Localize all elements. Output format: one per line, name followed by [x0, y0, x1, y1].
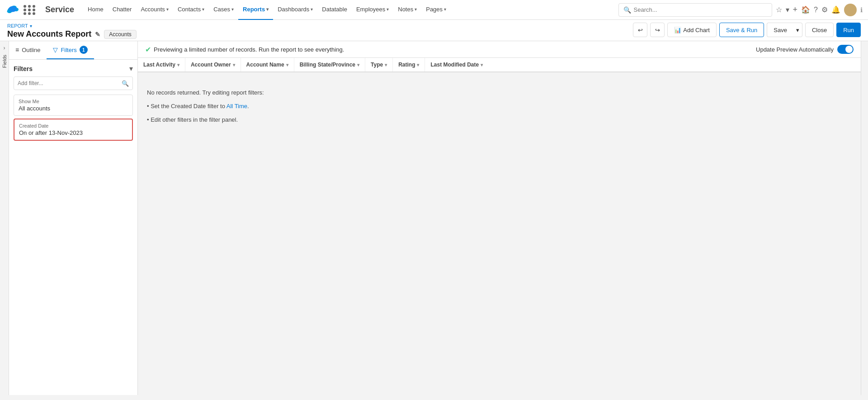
col-rating[interactable]: Rating ▾	[393, 58, 425, 71]
filter-card-value: On or after 13-Nov-2023	[19, 129, 127, 136]
toolbar-left: REPORT ▾ New Accounts Report ✎ Accounts	[7, 23, 137, 41]
svg-point-4	[9, 6, 17, 12]
breadcrumb[interactable]: REPORT ▾	[7, 23, 137, 29]
content-area: ✔ Previewing a limited number of records…	[138, 41, 861, 395]
undo-button[interactable]: ↩	[633, 23, 647, 37]
col-billing-state[interactable]: Billing State/Province ▾	[294, 58, 365, 71]
nav-chatter[interactable]: Chatter	[108, 0, 137, 20]
tab-filters[interactable]: ▽ Filters 1	[47, 41, 94, 59]
save-button[interactable]: Save	[767, 23, 793, 37]
tab-outline[interactable]: ≡ Outline	[9, 41, 47, 59]
salesforce-logo[interactable]	[5, 2, 20, 18]
filters-badge: 1	[80, 46, 88, 54]
right-edge	[861, 41, 868, 395]
save-run-button[interactable]: Save & Run	[719, 23, 764, 37]
col-type[interactable]: Type ▾	[365, 58, 393, 71]
filter-card-show-me[interactable]: Show Me All accounts	[14, 95, 133, 116]
chevron-down-icon: ▾	[311, 7, 313, 12]
collapse-icon[interactable]: ▾	[129, 64, 133, 73]
gear-icon[interactable]: ⚙	[821, 5, 828, 14]
filter-search[interactable]: 🔍	[14, 76, 133, 90]
col-last-activity[interactable]: Last Activity ▾	[138, 58, 185, 71]
save-dropdown-button[interactable]: ▾	[793, 23, 802, 37]
chevron-down-icon: ▾	[415, 7, 417, 12]
chevron-down-icon: ▾	[266, 7, 269, 12]
sort-icon: ▾	[481, 62, 483, 67]
chart-icon: 📊	[674, 27, 681, 33]
app-name: Service	[45, 5, 74, 14]
all-time-link[interactable]: All Time	[226, 103, 247, 110]
help-icon[interactable]: ?	[814, 6, 818, 14]
filter-icon: ▽	[53, 46, 58, 53]
top-right-actions: ☆ ▾ + 🏠 ? ⚙ 🔔 ℹ	[776, 4, 863, 16]
edit-icon[interactable]: ✎	[95, 31, 100, 38]
empty-state-suggestion1: • Set the Created Date filter to All Tim…	[147, 100, 852, 112]
favorites-dropdown-icon[interactable]: ▾	[786, 5, 789, 14]
app-launcher-icon[interactable]	[24, 5, 36, 15]
panel-body: Filters ▾ 🔍 Show Me All accounts Created…	[9, 60, 137, 395]
sort-icon: ▾	[233, 62, 235, 67]
add-icon[interactable]: +	[793, 5, 798, 14]
nav-employees[interactable]: Employees ▾	[352, 0, 393, 20]
search-input[interactable]	[634, 6, 767, 13]
nav-home[interactable]: Home	[83, 0, 108, 20]
filter-card-value: All accounts	[19, 105, 128, 112]
report-badge: Accounts	[104, 30, 136, 39]
bell-icon[interactable]: 🔔	[831, 5, 840, 14]
main-nav: Home Chatter Accounts ▾ Contacts ▾ Cases…	[83, 0, 615, 20]
chevron-down-icon: ▾	[387, 7, 389, 12]
add-chart-button[interactable]: 📊 Add Chart	[667, 23, 717, 37]
empty-state-headline: No records returned. Try editing report …	[147, 87, 852, 99]
preview-right: Update Preview Automatically	[756, 45, 854, 54]
setup-icon[interactable]: 🏠	[801, 5, 810, 14]
filter-search-input[interactable]	[18, 80, 122, 86]
sort-icon: ▾	[385, 62, 387, 67]
filters-section-title: Filters	[14, 65, 33, 72]
col-account-name[interactable]: Account Name ▾	[241, 58, 294, 71]
save-group: Save ▾	[767, 23, 802, 37]
chevron-down-icon: ▾	[231, 7, 234, 12]
close-button[interactable]: Close	[805, 23, 834, 37]
top-nav-bar: Service Home Chatter Accounts ▾ Contacts…	[0, 0, 868, 20]
auto-preview-toggle[interactable]	[837, 45, 854, 54]
nav-datatable[interactable]: Datatable	[317, 0, 352, 20]
chevron-down-icon: ▾	[444, 7, 446, 12]
filter-search-icon: 🔍	[122, 80, 129, 87]
side-panel-toggle[interactable]: › Fields	[0, 41, 9, 395]
breadcrumb-dropdown-icon: ▾	[30, 24, 32, 29]
nav-contacts[interactable]: Contacts ▾	[173, 0, 209, 20]
filter-card-label: Show Me	[19, 99, 128, 104]
nav-pages[interactable]: Pages ▾	[421, 0, 451, 20]
chevron-down-icon: ▾	[166, 7, 169, 12]
nav-accounts[interactable]: Accounts ▾	[136, 0, 173, 20]
redo-button[interactable]: ↪	[650, 23, 665, 37]
nav-notes[interactable]: Notes ▾	[393, 0, 421, 20]
chevron-down-icon: ▾	[202, 7, 204, 12]
toggle-arrow-icon: ›	[4, 45, 5, 51]
toolbar-right: ↩ ↪ 📊 Add Chart Save & Run Save ▾ Close …	[633, 23, 861, 37]
col-account-owner[interactable]: Account Owner ▾	[185, 58, 241, 71]
report-toolbar: REPORT ▾ New Accounts Report ✎ Accounts …	[0, 20, 868, 41]
sort-icon: ▾	[177, 62, 179, 67]
nav-cases[interactable]: Cases ▾	[209, 0, 238, 20]
filter-card-label: Created Date	[19, 123, 127, 129]
filter-card-created-date[interactable]: Created Date On or after 13-Nov-2023	[14, 119, 133, 141]
sort-icon: ▾	[357, 62, 359, 67]
search-icon: 🔍	[623, 6, 631, 14]
preview-message: ✔ Previewing a limited number of records…	[145, 45, 344, 54]
avatar[interactable]	[844, 4, 857, 16]
empty-state-suggestion2: • Edit other filters in the filter panel…	[147, 114, 852, 126]
sort-icon: ▾	[417, 62, 419, 67]
col-last-modified-date[interactable]: Last Modified Date ▾	[425, 58, 488, 71]
favorites-icon[interactable]: ☆	[776, 5, 782, 14]
nav-dashboards[interactable]: Dashboards ▾	[273, 0, 317, 20]
empty-state: No records returned. Try editing report …	[138, 72, 861, 142]
global-search[interactable]: 🔍	[618, 3, 772, 17]
outline-icon: ≡	[15, 46, 19, 53]
nav-reports[interactable]: Reports ▾	[238, 0, 273, 20]
report-title: New Accounts Report ✎ Accounts	[7, 29, 137, 39]
run-button[interactable]: Run	[836, 23, 861, 37]
filters-panel: ≡ Outline ▽ Filters 1 Filters ▾ 🔍 Show M…	[9, 41, 138, 395]
fields-label: Fields	[2, 55, 7, 68]
filters-section-header: Filters ▾	[14, 64, 133, 73]
